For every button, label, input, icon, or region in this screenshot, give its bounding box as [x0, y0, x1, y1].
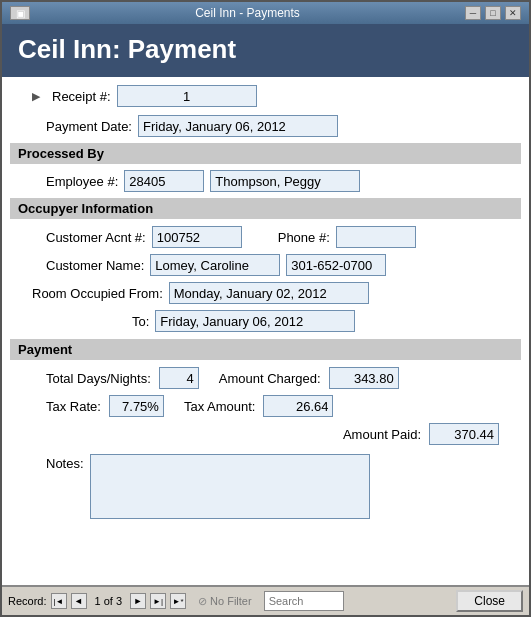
payment-date-input[interactable] [138, 115, 338, 137]
customer-acnt-input[interactable] [152, 226, 242, 248]
close-button[interactable]: Close [456, 590, 523, 612]
tax-rate-label: Tax Rate: [46, 399, 101, 414]
payment-section-header: Payment [10, 339, 521, 360]
amount-paid-label: Amount Paid: [343, 427, 421, 442]
customer-phone-input[interactable] [286, 254, 386, 276]
tax-rate-input[interactable] [109, 395, 164, 417]
title-bar-controls: ─ □ ✕ [465, 6, 521, 20]
filter-icon: ⊘ [198, 595, 207, 608]
no-filter-label: No Filter [210, 595, 252, 607]
notes-textarea[interactable] [90, 454, 370, 519]
customer-name-input[interactable] [150, 254, 280, 276]
record-prev-button[interactable]: ◄ [71, 593, 87, 609]
occupyer-rows: Customer Acnt #: Phone #: Customer Name:… [10, 221, 521, 337]
record-first-button[interactable]: |◄ [51, 593, 67, 609]
search-input[interactable] [264, 591, 344, 611]
amount-charged-input[interactable] [329, 367, 399, 389]
customer-name-label: Customer Name: [46, 258, 144, 273]
employee-label: Employee #: [46, 174, 118, 189]
payment-date-row: Payment Date: [10, 111, 521, 141]
receipt-row: ▶ Receipt #: [10, 81, 521, 111]
tax-amount-input[interactable] [263, 395, 333, 417]
restore-button[interactable]: □ [485, 6, 501, 20]
form-area: ▶ Receipt #: Payment Date: Processed By … [2, 77, 529, 585]
payment-date-label: Payment Date: [46, 119, 132, 134]
amount-paid-input[interactable] [429, 423, 499, 445]
record-new-button[interactable]: ►* [170, 593, 186, 609]
title-bar-text: Ceil Inn - Payments [30, 6, 465, 20]
amount-paid-row: Amount Paid: [10, 420, 521, 448]
total-days-label: Total Days/Nights: [46, 371, 151, 386]
receipt-input[interactable] [117, 85, 257, 107]
total-days-row: Total Days/Nights: Amount Charged: [10, 364, 521, 392]
record-label: Record: [8, 595, 47, 607]
total-days-input[interactable] [159, 367, 199, 389]
customer-acnt-row: Customer Acnt #: Phone #: [10, 223, 521, 251]
employee-name-input[interactable] [210, 170, 360, 192]
tax-row: Tax Rate: Tax Amount: [10, 392, 521, 420]
record-position: 1 of 3 [91, 595, 127, 607]
no-filter-indicator: ⊘ No Filter [198, 595, 252, 608]
page-title: Ceil Inn: Payment [18, 34, 513, 65]
room-to-row: To: [10, 307, 521, 335]
record-next-button[interactable]: ► [130, 593, 146, 609]
employee-row: Employee #: [10, 166, 521, 196]
employee-number-input[interactable] [124, 170, 204, 192]
receipt-label: Receipt #: [52, 89, 111, 104]
amount-charged-label: Amount Charged: [219, 371, 321, 386]
occupyer-section-header: Occupyer Information [10, 198, 521, 219]
notes-label: Notes: [46, 456, 84, 471]
record-nav-arrow: ▶ [32, 90, 46, 103]
notes-row: Notes: [10, 450, 521, 523]
processed-by-section-header: Processed By [10, 143, 521, 164]
header-section: Ceil Inn: Payment [2, 24, 529, 77]
minimize-button[interactable]: ─ [465, 6, 481, 20]
tax-amount-label: Tax Amount: [184, 399, 256, 414]
close-window-button[interactable]: ✕ [505, 6, 521, 20]
customer-acnt-label: Customer Acnt #: [46, 230, 146, 245]
room-to-input[interactable] [155, 310, 355, 332]
room-occupied-from-label: Room Occupied From: [32, 286, 163, 301]
record-last-button[interactable]: ►| [150, 593, 166, 609]
room-from-input[interactable] [169, 282, 369, 304]
payment-rows: Total Days/Nights: Amount Charged: Tax R… [10, 362, 521, 450]
status-bar: Record: |◄ ◄ 1 of 3 ► ►| ►* ⊘ No Filter … [2, 585, 529, 615]
room-from-row: Room Occupied From: [10, 279, 521, 307]
customer-name-row: Customer Name: [10, 251, 521, 279]
main-window: ▣ Ceil Inn - Payments ─ □ ✕ Ceil Inn: Pa… [0, 0, 531, 617]
title-bar: ▣ Ceil Inn - Payments ─ □ ✕ [2, 2, 529, 24]
phone-label: Phone #: [278, 230, 330, 245]
to-label: To: [132, 314, 149, 329]
phone-input[interactable] [336, 226, 416, 248]
window-icon[interactable]: ▣ [10, 6, 30, 20]
